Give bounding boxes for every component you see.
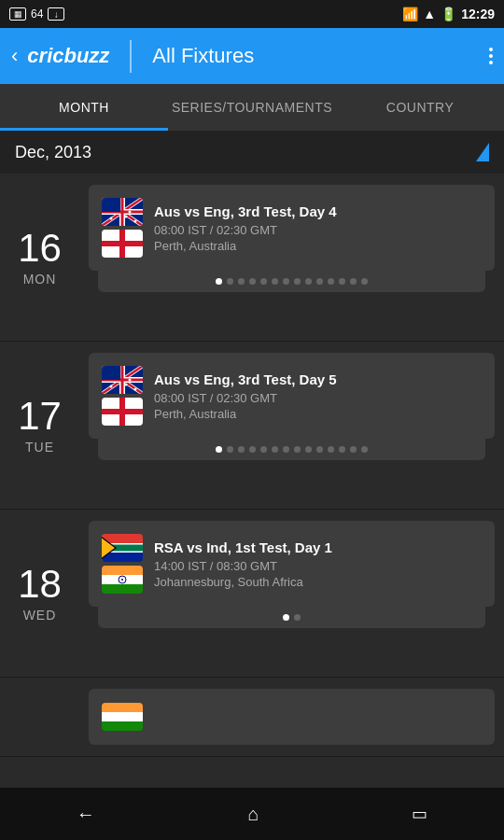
- pag-dot: [283, 446, 289, 453]
- tab-country[interactable]: Country: [336, 84, 504, 131]
- day-name: TUE: [25, 440, 54, 455]
- day-section-16: 16 MON: [0, 174, 504, 342]
- month-label: Dec, 2013: [15, 143, 91, 162]
- pag-dot: [272, 278, 278, 285]
- match-card-17[interactable]: Aus vs Eng, 3rd Test, Day 5 08:00 IST / …: [89, 353, 495, 439]
- flags-partial: [102, 703, 143, 731]
- match-card-19[interactable]: [89, 689, 495, 745]
- svg-point-47: [121, 579, 123, 581]
- back-button[interactable]: ←: [58, 794, 114, 834]
- flag-england-2: [102, 398, 143, 426]
- flags-rsa-ind: [102, 534, 143, 594]
- pag-dot: [305, 278, 312, 285]
- match-title: Aus vs Eng, 3rd Test, Day 4: [154, 203, 482, 219]
- flag-england: [102, 230, 143, 258]
- svg-point-10: [110, 217, 113, 220]
- flag-australia-2: [102, 366, 143, 394]
- flags-aus-eng: [102, 198, 143, 258]
- pagination-17: [98, 439, 485, 460]
- app-bar: ‹ cricbuzz All Fixtures: [0, 28, 504, 84]
- page-title: All Fixtures: [152, 44, 254, 68]
- day-number: 18: [18, 565, 62, 604]
- day-section-18: 18 WED: [0, 510, 504, 678]
- pagination-16: [98, 271, 485, 292]
- day-label-18: 18 WED: [0, 510, 79, 677]
- match-title: RSA vs Ind, 1st Test, Day 1: [154, 539, 482, 555]
- recents-nav-icon: ▭: [412, 804, 427, 824]
- svg-rect-16: [119, 230, 125, 258]
- svg-rect-33: [119, 398, 125, 426]
- match-title: Aus vs Eng, 3rd Test, Day 5: [154, 371, 482, 387]
- pag-dot: [238, 446, 245, 453]
- home-nav-icon: ⌂: [247, 804, 259, 825]
- app-bar-left: ‹ cricbuzz All Fixtures: [11, 40, 254, 73]
- logo-container: cricbuzz: [27, 44, 109, 68]
- pag-dot: [305, 446, 312, 453]
- flag-india: [102, 566, 143, 594]
- download-icon: ↓: [48, 7, 64, 21]
- match-card-container-16: Aus vs Eng, 3rd Test, Day 4 08:00 IST / …: [79, 174, 504, 341]
- match-info-18: RSA vs Ind, 1st Test, Day 1 14:00 IST / …: [154, 539, 482, 589]
- day-section-19: [0, 678, 504, 757]
- pagination-18: [98, 607, 485, 628]
- pag-dot-active: [283, 614, 289, 621]
- match-info-17: Aus vs Eng, 3rd Test, Day 5 08:00 IST / …: [154, 371, 482, 421]
- day-label-19: [0, 678, 79, 756]
- match-time: 08:00 IST / 02:30 GMT: [154, 391, 482, 405]
- logo-divider: [130, 40, 132, 73]
- status-left: ▦ 64 ↓: [9, 7, 64, 21]
- grid-icon: ▦: [9, 7, 26, 21]
- svg-rect-9: [102, 198, 120, 212]
- bottom-nav: ← ⌂ ▭: [0, 788, 504, 840]
- pag-dot: [361, 446, 368, 453]
- svg-rect-45: [102, 584, 143, 594]
- day-name: MON: [23, 272, 57, 287]
- logo-text: cricbuzz: [27, 44, 109, 68]
- svg-rect-25: [121, 366, 124, 394]
- svg-point-11: [125, 216, 128, 218]
- day-label-17: 17 TUE: [0, 342, 79, 509]
- match-card-container-19: [79, 678, 504, 756]
- match-card-container-18: RSA vs Ind, 1st Test, Day 1 14:00 IST / …: [79, 510, 504, 677]
- day-name: WED: [23, 608, 57, 623]
- pag-dot: [316, 446, 323, 453]
- status-bar: ▦ 64 ↓ 📶 ▲ 🔋 12:29: [0, 0, 504, 28]
- flag-southafrica: [102, 534, 143, 562]
- pag-dot: [350, 278, 357, 285]
- pag-dot: [361, 278, 368, 285]
- pag-dot: [227, 278, 233, 285]
- match-venue: Johannesburg, South Africa: [154, 575, 482, 589]
- tab-bar: Month Series/Tournaments Country: [0, 84, 504, 131]
- day-label-16: 16 MON: [0, 174, 79, 341]
- flags-aus-eng-2: [102, 366, 143, 426]
- tab-month[interactable]: Month: [0, 84, 168, 131]
- back-arrow-icon[interactable]: ‹: [11, 44, 18, 68]
- more-menu-button[interactable]: [489, 42, 493, 70]
- dot2: [489, 54, 493, 58]
- notification-count: 64: [31, 7, 43, 21]
- back-nav-icon: ←: [77, 804, 95, 825]
- dot3: [489, 61, 493, 64]
- svg-point-12: [134, 220, 137, 223]
- match-card-container-17: Aus vs Eng, 3rd Test, Day 5 08:00 IST / …: [79, 342, 504, 509]
- pag-dot: [283, 278, 289, 285]
- pag-dot: [339, 278, 345, 285]
- tab-series[interactable]: Series/Tournaments: [168, 84, 336, 131]
- signal-icon: ▲: [423, 7, 436, 21]
- svg-rect-49: [102, 712, 143, 721]
- day-number: 16: [18, 229, 62, 268]
- pag-dot: [260, 446, 267, 453]
- match-card-16[interactable]: Aus vs Eng, 3rd Test, Day 4 08:00 IST / …: [89, 185, 495, 271]
- pag-dot: [238, 278, 245, 285]
- pag-dot: [339, 446, 345, 453]
- time-display: 12:29: [461, 7, 495, 21]
- pag-dot: [294, 278, 301, 285]
- home-button[interactable]: ⌂: [229, 794, 277, 834]
- pag-dot-active: [216, 446, 222, 453]
- match-venue: Perth, Australia: [154, 239, 482, 253]
- match-card-18[interactable]: RSA vs Ind, 1st Test, Day 1 14:00 IST / …: [89, 521, 495, 607]
- calendar-icon[interactable]: [476, 143, 489, 161]
- svg-rect-50: [102, 721, 143, 731]
- recents-button[interactable]: ▭: [393, 794, 446, 833]
- day-number: 17: [18, 397, 62, 436]
